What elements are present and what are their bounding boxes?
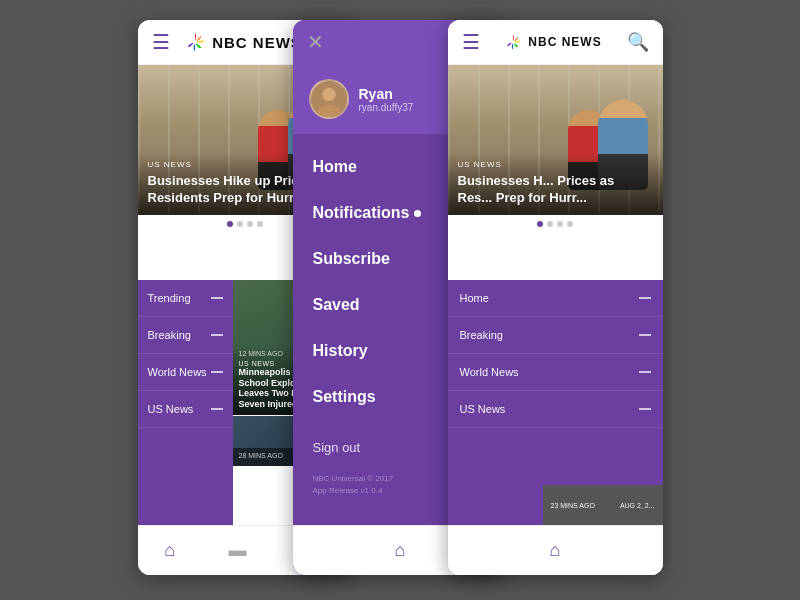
close-icon[interactable]: ✕ <box>307 30 324 54</box>
phone3-app-header: ☰ NBC NEWS 🔍 <box>448 20 663 65</box>
svg-point-0 <box>193 40 198 45</box>
bottom-nav-tv[interactable]: ▬ <box>228 540 246 561</box>
notification-dot <box>414 210 421 217</box>
sidebar-item-us-news[interactable]: US News <box>138 391 233 428</box>
svg-point-5 <box>511 40 515 44</box>
nbc-logo: NBC NEWS <box>184 31 302 53</box>
phone3-peacock-icon <box>504 33 522 51</box>
dot-1[interactable] <box>227 221 233 227</box>
phone3-hamburger-icon[interactable]: ☰ <box>462 30 480 54</box>
home-icon: ⌂ <box>164 540 175 561</box>
world-news-dash <box>211 371 223 373</box>
phone3-hero-overlay: US NEWS Businesses H... Prices as Res...… <box>448 152 663 215</box>
phone3-hero: US NEWS Businesses H... Prices as Res...… <box>448 65 663 215</box>
hamburger-icon[interactable]: ☰ <box>152 30 170 54</box>
phone3-sidebar-world-news[interactable]: World News <box>448 354 663 391</box>
trending-dash <box>211 297 223 299</box>
phone-3-frame: ☰ NBC NEWS 🔍 <box>448 20 663 575</box>
dot-3[interactable] <box>247 221 253 227</box>
phone-3-content: ☰ NBC NEWS 🔍 <box>448 20 663 575</box>
sidebar-item-trending[interactable]: Trending <box>138 280 233 317</box>
phone3-hero-category: US NEWS <box>458 160 653 169</box>
phone3-dot-1[interactable] <box>537 221 543 227</box>
phone3-sidebar-home[interactable]: Home <box>448 280 663 317</box>
svg-point-3 <box>322 88 335 101</box>
phone3-bottom-nav: ⌂ <box>448 525 663 575</box>
menu-bottom-home[interactable]: ⌂ <box>395 540 406 561</box>
phone3-bottom-home[interactable]: ⌂ <box>550 540 561 561</box>
phone3-hero-title: Businesses H... Prices as Res... Prep fo… <box>458 173 653 207</box>
avatar <box>309 79 349 119</box>
phone3-dot-2[interactable] <box>547 221 553 227</box>
sidebar-item-breaking[interactable]: Breaking <box>138 317 233 354</box>
dot-4[interactable] <box>257 221 263 227</box>
peacock-logo-icon <box>184 31 206 53</box>
phone3-sidebar-us-news[interactable]: US News <box>448 391 663 428</box>
phone3-home-icon: ⌂ <box>550 540 561 561</box>
sidebar-item-world-news[interactable]: World News <box>138 354 233 391</box>
dot-2[interactable] <box>237 221 243 227</box>
phone3-carousel-dots <box>448 215 663 233</box>
user-info: Ryan ryan.duffy37 <box>359 86 414 113</box>
breaking-dash <box>211 334 223 336</box>
phone3-dot-4[interactable] <box>567 221 573 227</box>
tv-icon: ▬ <box>228 540 246 561</box>
phone3-news-card-meta: 23 MINS AGO AUG 2, 2... <box>543 485 663 525</box>
phone3-dot-3[interactable] <box>557 221 563 227</box>
us-news-dash <box>211 408 223 410</box>
phone3-nbc-logo: NBC NEWS <box>504 33 601 51</box>
phone3-sidebar: Home Breaking World News US News 23 <box>448 280 663 525</box>
phone3-search-icon[interactable]: 🔍 <box>627 31 649 53</box>
menu-home-icon: ⌂ <box>395 540 406 561</box>
bottom-nav-home[interactable]: ⌂ <box>164 540 175 561</box>
phone3-sidebar-breaking[interactable]: Breaking <box>448 317 663 354</box>
sidebar-nav: Trending Breaking World News US News <box>138 280 233 525</box>
